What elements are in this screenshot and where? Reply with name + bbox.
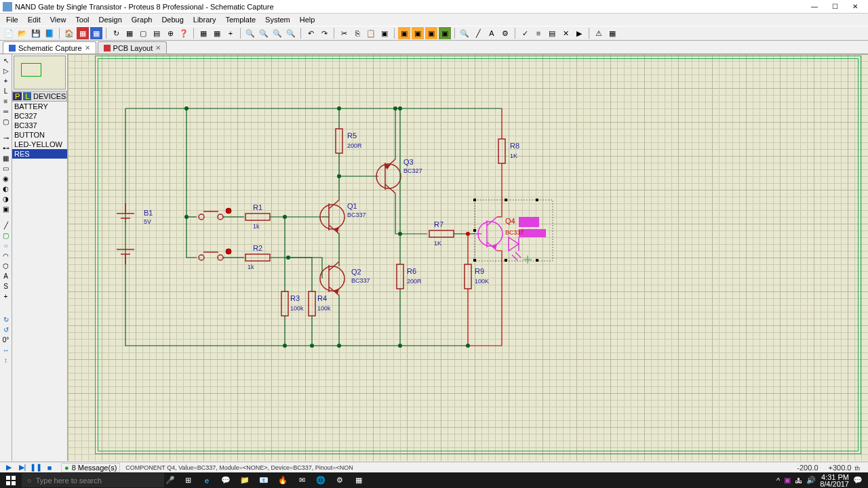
block-rotate-icon[interactable]: ▣ bbox=[412, 27, 424, 39]
tab-pcb[interactable]: PCB Layout ✕ bbox=[98, 41, 167, 54]
app-icon-3[interactable]: 🔥 bbox=[274, 472, 292, 488]
stop-button[interactable]: ■ bbox=[43, 463, 56, 472]
zoom-in-icon[interactable]: 🔍 bbox=[244, 27, 256, 39]
device-item[interactable]: BC337 bbox=[12, 121, 67, 130]
block-delete-icon[interactable]: ▣ bbox=[425, 27, 437, 39]
component-resistor-r4[interactable]: R4 100k bbox=[309, 291, 331, 316]
rotate-cw-icon[interactable]: ↻ bbox=[1, 314, 11, 324]
component-resistor-r5[interactable]: R5 200R bbox=[336, 129, 362, 153]
symbol-icon[interactable]: S bbox=[1, 281, 11, 291]
pause-button[interactable]: ❚❚ bbox=[30, 463, 42, 472]
close-proj-icon[interactable]: 📘 bbox=[43, 27, 56, 39]
arc-2d-icon[interactable]: ◠ bbox=[1, 251, 11, 260]
device-item[interactable]: BC327 bbox=[12, 111, 67, 121]
generator-icon[interactable]: ◉ bbox=[1, 174, 11, 183]
block-move-icon[interactable]: ▣ bbox=[398, 27, 410, 39]
component-resistor-r1[interactable]: R1 1k bbox=[245, 203, 270, 230]
component-resistor-r8[interactable]: R8 1K bbox=[498, 139, 519, 163]
menu-library[interactable]: Library bbox=[189, 16, 221, 24]
text-script-icon[interactable]: ≡ bbox=[1, 96, 11, 106]
arena-icon[interactable]: ✕ bbox=[559, 27, 572, 39]
pcb-icon[interactable]: ▦ bbox=[90, 27, 102, 39]
minimize-button[interactable]: — bbox=[804, 1, 825, 12]
excl-icon[interactable]: ⚠ bbox=[593, 27, 605, 39]
selection-tool-icon[interactable]: ↖ bbox=[1, 56, 11, 65]
volume-icon[interactable]: 🔊 bbox=[806, 476, 816, 485]
toggle-grid-icon[interactable]: ▦ bbox=[197, 27, 210, 39]
clock[interactable]: 4:31 PM 8/4/2017 bbox=[820, 474, 849, 487]
cut-icon[interactable]: ✂ bbox=[338, 27, 350, 39]
tab-close[interactable]: ✕ bbox=[85, 44, 90, 52]
component-resistor-r9[interactable]: R9 100K bbox=[465, 264, 489, 289]
redo-icon[interactable]: ↷ bbox=[318, 27, 330, 39]
chrome-icon[interactable]: 🌐 bbox=[312, 472, 330, 488]
menu-template[interactable]: Template bbox=[220, 16, 260, 24]
app-icon-1[interactable]: 💬 bbox=[217, 472, 235, 488]
tape-icon[interactable]: ▭ bbox=[1, 163, 11, 173]
probe-v-icon[interactable]: ◐ bbox=[1, 184, 11, 193]
step-button[interactable]: ▶| bbox=[16, 463, 28, 472]
snap-icon[interactable]: ▦ bbox=[211, 27, 223, 39]
component-resistor-r7[interactable]: R7 1K bbox=[429, 220, 454, 247]
mail-icon[interactable]: ✉ bbox=[293, 472, 311, 488]
maximize-button[interactable]: ☐ bbox=[825, 1, 845, 12]
graph-tool-icon[interactable]: ▦ bbox=[1, 153, 11, 163]
schematic-icon[interactable]: ▦ bbox=[77, 27, 89, 39]
component-led[interactable] bbox=[509, 237, 521, 260]
tray-app-icon[interactable]: ▣ bbox=[784, 476, 791, 485]
menu-edit[interactable]: Edit bbox=[23, 16, 45, 24]
mic-icon[interactable]: 🎤 bbox=[164, 476, 176, 485]
menu-graph[interactable]: Graph bbox=[127, 16, 157, 24]
close-button[interactable]: ✕ bbox=[845, 1, 865, 12]
sheet-icon[interactable]: ▢ bbox=[137, 27, 149, 39]
network-icon[interactable]: 🖧 bbox=[795, 476, 802, 485]
device-item[interactable]: BUTTON bbox=[12, 130, 67, 140]
junction-tool-icon[interactable]: + bbox=[1, 76, 11, 85]
tab-close[interactable]: ✕ bbox=[155, 44, 161, 52]
new-icon[interactable]: 📄 bbox=[3, 27, 15, 39]
path-2d-icon[interactable]: ⬡ bbox=[1, 261, 11, 270]
file-explorer-icon[interactable]: 📁 bbox=[236, 472, 254, 488]
menu-system[interactable]: System bbox=[260, 16, 295, 24]
component-transistor-q4-selected[interactable]: Q4 BC337 bbox=[473, 199, 553, 346]
property-icon[interactable]: ⚙ bbox=[499, 27, 511, 39]
paste-icon[interactable]: 📋 bbox=[365, 27, 377, 39]
layers-icon[interactable]: ▤ bbox=[151, 27, 163, 39]
circle-2d-icon[interactable]: ○ bbox=[1, 241, 11, 250]
component-button-2[interactable] bbox=[199, 249, 231, 260]
pin-tool-icon[interactable]: ⊷ bbox=[1, 143, 11, 152]
task-view-icon[interactable]: ⊞ bbox=[179, 472, 197, 488]
proteus-icon[interactable]: ▦ bbox=[350, 472, 368, 488]
zoom-out-icon[interactable]: 🔍 bbox=[258, 27, 270, 39]
copy-icon[interactable]: ⎘ bbox=[351, 27, 363, 39]
marker-icon[interactable]: + bbox=[1, 291, 11, 301]
menu-view[interactable]: View bbox=[45, 16, 71, 24]
wire-tool-icon[interactable]: ╱ bbox=[472, 27, 484, 39]
tray-chevron-icon[interactable]: ^ bbox=[776, 476, 780, 485]
flip-v-icon[interactable]: ↕ bbox=[1, 355, 11, 365]
component-transistor-q3[interactable]: Q3 BC327 bbox=[376, 158, 422, 193]
center-icon[interactable]: + bbox=[224, 27, 237, 39]
device-item[interactable]: LED-YELLOW bbox=[12, 140, 67, 149]
component-transistor-q2[interactable]: Q2 BC337 bbox=[320, 262, 370, 296]
device-item-selected[interactable]: RES bbox=[12, 149, 67, 159]
messages-button[interactable]: ● 8 Message(s) bbox=[61, 463, 120, 472]
erc-icon[interactable]: ✓ bbox=[519, 27, 531, 39]
menu-file[interactable]: File bbox=[1, 16, 23, 24]
text-tool-icon[interactable]: A bbox=[486, 27, 498, 39]
refresh-icon[interactable]: ↻ bbox=[110, 27, 122, 39]
terminal-tool-icon[interactable]: ⊸ bbox=[1, 133, 11, 142]
start-button[interactable] bbox=[0, 472, 22, 488]
rotate-ccw-icon[interactable]: ↺ bbox=[1, 325, 11, 334]
tab-schematic[interactable]: Schematic Capture ✕ bbox=[3, 41, 96, 54]
help-icon[interactable]: ❓ bbox=[178, 27, 190, 39]
pick-icon[interactable]: ▣ bbox=[439, 27, 451, 39]
probe-i-icon[interactable]: ◑ bbox=[1, 194, 11, 203]
component-resistor-r6[interactable]: R6 200R bbox=[397, 264, 422, 289]
menu-tool[interactable]: Tool bbox=[71, 16, 94, 24]
pick-parts-icon[interactable]: P bbox=[13, 92, 22, 100]
edge-icon[interactable]: e bbox=[198, 472, 216, 488]
flip-h-icon[interactable]: ↔ bbox=[1, 345, 11, 354]
app-icon-2[interactable]: 📧 bbox=[255, 472, 273, 488]
box-2d-icon[interactable]: ▢ bbox=[1, 230, 11, 240]
